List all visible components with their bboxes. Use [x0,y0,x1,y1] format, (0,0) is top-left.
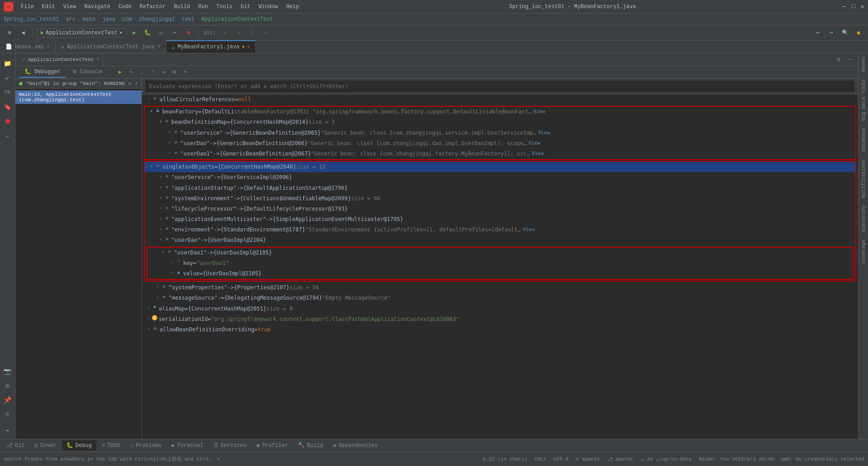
debug-button[interactable]: 🐛 [142,27,154,39]
git-check1[interactable]: ✓ [219,27,231,39]
frame-expand-icon[interactable]: ▾ [135,80,138,86]
tree-item[interactable]: ›⚑aliasMap = {ConcurrentHashMap@2051} si… [142,304,858,314]
expand-arrow[interactable]: › [155,294,161,301]
run-config-selector[interactable]: ▶ ApplicationContextTest ▾ [37,28,127,38]
tree-item[interactable]: ›≡"userDao" -> {UserDaoImpl@2104} [145,235,855,245]
menu-edit[interactable]: Edit [38,2,59,12]
expand-arrow[interactable]: › [146,315,152,322]
breadcrumb-com[interactable]: com [122,16,132,23]
expand-arrow[interactable]: › [146,95,152,103]
tree-item[interactable]: ›◉value = {UserDaoImpl@2105} [147,268,853,279]
filter-icon[interactable]: ⊘ [128,80,132,86]
tab-application-context-test[interactable]: ☕ ApplicationContextTest.java × [56,40,166,53]
status-dismiss[interactable]: × [217,457,220,462]
sidebar-pencil[interactable]: ✏ [1,129,14,142]
tree-item[interactable]: ›≡"userDao1" -> {GenericBeanDefinition@2… [145,149,855,159]
settings-button[interactable]: ⚙ [4,27,15,39]
expand-arrow[interactable]: ▾ [157,118,164,125]
bottom-tab-build[interactable]: 🔨 Build [293,440,328,451]
bottom-tab-terminal[interactable]: ▶ Terminal [167,440,208,451]
profile-button[interactable]: ◉ [853,27,864,39]
tree-item[interactable]: ›≡"applicationEventMulticaster" -> {Simp… [145,214,855,225]
step-into[interactable]: ↓ [137,67,147,77]
tab-console[interactable]: ⊞ Console [68,66,108,78]
breadcrumb-java[interactable]: java [102,16,115,23]
tab-debugger[interactable]: 🐛 Debugger [19,66,66,78]
tree-item[interactable]: ›iserializationId = "org.springframework… [142,314,858,325]
right-panel-coverage[interactable]: Coverage [859,236,868,267]
sidebar-aws[interactable]: ☁ [1,423,14,435]
tree-item[interactable]: ▾≡"userDao1" -> {UserDaoImpl@2105} [147,248,853,258]
debug-session-close[interactable]: × [96,57,99,62]
tree-item[interactable]: ›≡"lifecycleProcessor" -> {DefaultLifecy… [145,204,855,214]
expand-arrow[interactable]: › [166,139,173,146]
sidebar-project[interactable]: 📁 [1,57,14,70]
tree-item[interactable]: ›≡"systemProperties" -> {Properties@2107… [142,282,858,293]
tab-beans-xml[interactable]: 📄 beans.xml × [0,40,56,53]
breadcrumb-pkg[interactable]: zhangjingqi [139,16,175,23]
bottom-tab-debug[interactable]: 🐛 Debug [62,440,96,451]
expand-arrow[interactable]: › [169,269,175,277]
add-watch[interactable]: + [180,67,190,77]
right-panel-maven[interactable]: Maven [859,53,868,75]
git-check3[interactable]: ✓ [260,27,272,39]
expand-arrow[interactable]: › [157,173,164,180]
menu-run[interactable]: Run [194,2,212,12]
right-panel-notifications[interactable]: Notifications [859,155,868,202]
tree-item[interactable]: ▾◉beanFactory = {DefaultListableBeanFact… [145,107,855,117]
expand-arrow[interactable]: › [157,215,164,222]
indent[interactable]: 4 spaces [576,457,600,462]
sidebar-pull-requests[interactable]: PR [1,86,14,99]
breadcrumb-project[interactable]: Spring_ioc_test01 [4,16,59,23]
undo-button[interactable]: ↩ [812,27,824,39]
sidebar-camera[interactable]: 📷 [1,365,14,377]
menu-help[interactable]: Help [283,2,303,12]
debug-settings[interactable]: ⚙ [834,55,844,65]
bottom-tab-dependencies[interactable]: ◈ Dependencies [329,440,382,451]
menu-code[interactable]: Code [115,2,135,12]
breadcrumb-test[interactable]: test [182,16,195,23]
tree-item[interactable]: ›"key = "userDao1" [147,258,853,268]
view-link[interactable]: View [532,150,544,158]
expand-arrow[interactable]: ▾ [148,163,155,170]
sidebar-structure[interactable]: ≡ [1,408,14,421]
tree-item[interactable]: ›≡"environment" -> {StandardEnvironment@… [145,225,855,235]
git-push[interactable]: ↑ [246,27,258,39]
expand-arrow[interactable]: › [157,236,164,243]
debug-minimize[interactable]: — [844,55,854,65]
vcs-branch[interactable]: ⎇ master [607,456,634,462]
sidebar-gear[interactable]: ⚙ [1,379,14,392]
expand-arrow[interactable]: › [146,325,152,333]
expand-arrow[interactable]: › [169,259,175,266]
minimize-button[interactable]: — [842,3,846,10]
more-run-button[interactable]: ⋯ [169,27,181,39]
right-panel-bigdata[interactable]: Big Data Tools [859,75,868,124]
menu-navigate[interactable]: Navigate [80,2,114,12]
view-link[interactable]: View [523,226,535,234]
menu-file[interactable]: File [17,2,38,12]
breadcrumb-main[interactable]: main [82,16,95,23]
tree-item[interactable]: ›⊕allowBeanDefinitionOverriding = true [142,325,858,335]
evaluate-input[interactable] [146,80,854,92]
search-button[interactable]: 🔍 [839,27,851,39]
close-beans-xml[interactable]: × [47,44,50,49]
sidebar-commit[interactable]: ✔ [1,71,14,84]
menu-refactor[interactable]: Refactor [136,2,170,12]
expand-arrow[interactable]: › [155,283,161,291]
sidebar-bookmarks[interactable]: 🔖 [1,100,14,113]
expand-arrow[interactable]: › [157,194,164,202]
coverage-button[interactable]: ▷ [156,27,167,39]
stop-button[interactable]: ■ [183,27,194,39]
expand-arrow[interactable]: › [146,305,152,312]
sidebar-pin[interactable]: 📌 [1,394,14,406]
line-sep[interactable]: CRLF [534,457,546,462]
tree-item[interactable]: ›≡"userService" -> {GenericBeanDefinitio… [145,128,855,138]
expand-arrow[interactable]: › [157,226,164,233]
bottom-tab-git[interactable]: ⎇ Git [2,440,29,451]
breadcrumb-src[interactable]: src [66,16,76,23]
tree-item[interactable]: ›≡"systemEnvironment" -> {Collections$Un… [145,193,855,204]
evaluate-expr[interactable]: ⊞ [170,67,179,77]
close-apptest[interactable]: × [158,44,160,49]
right-panel-hierarchy[interactable]: Hierarchy [859,202,868,235]
tree-item[interactable]: ›∅allowCircularReferences = null [142,94,858,105]
